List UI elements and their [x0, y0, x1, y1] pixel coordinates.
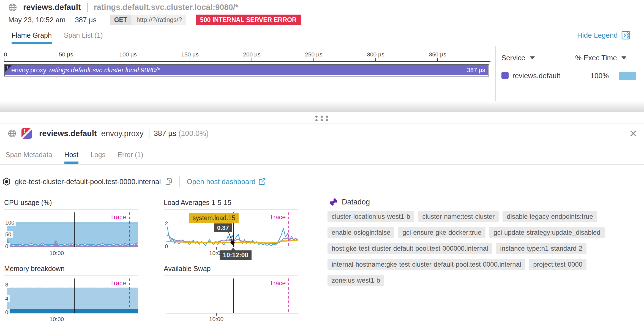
chevron-down-icon [530, 56, 535, 59]
timeline-tick [190, 58, 190, 61]
span-error-icon: ! [21, 128, 32, 139]
host-tag-pill[interactable]: internal-hostname:gke-test-cluster-defau… [328, 259, 525, 270]
memory-breakdown-chart[interactable]: Memory breakdown Trace04810:00 [4, 264, 138, 328]
http-url-badge: http://?/ratings/? [132, 15, 186, 25]
flame-span-bar[interactable]: ! envoy.proxy ratings.default.svc.cluste… [4, 64, 489, 76]
y-axis-label: 2 [164, 220, 170, 227]
x-axis-tick [216, 247, 217, 250]
x-axis-label: 10:00 [40, 250, 73, 256]
host-tag-pill[interactable]: disable-legacy-endpoints:true [503, 211, 597, 222]
timeline-tick-label: 50 µs [50, 51, 83, 58]
span-panel-header: ! reviews.default envoy.proxy 387 µs (10… [8, 128, 209, 139]
host-tag-pill[interactable]: instance-type:n1-standard-2 [496, 243, 586, 254]
span-service-name: reviews.default [39, 129, 97, 138]
datadog-bone-icon [329, 198, 338, 206]
timeline-tick [252, 58, 252, 61]
hover-cursor-line [74, 278, 75, 313]
external-link-icon [258, 178, 266, 185]
globe-icon [8, 129, 17, 138]
host-tag-pill[interactable]: gci-ensure-gke-docker:true [398, 227, 485, 238]
tooltip-time: 10:12:00 [220, 250, 252, 260]
trace-service-name: reviews.default [23, 3, 81, 12]
cpu-usage-chart[interactable]: CPU usage (%) Trace05010010:00 [4, 198, 138, 262]
tab-flame-graph[interactable]: Flame Graph [12, 31, 52, 44]
chevron-down-icon [621, 56, 626, 59]
legend-service-name[interactable]: reviews.default [512, 72, 560, 80]
trace-info-row: May 23, 10:52 am 387 µs GET http://?/rat… [8, 15, 301, 25]
trace-marker-line [129, 212, 130, 247]
timeline-tick-label: 0 [4, 51, 7, 58]
timeline-tick-label: 150 µs [173, 51, 206, 58]
available-swap-plot[interactable]: Trace10:00 [164, 264, 298, 328]
timeline-tick-label: 250 µs [297, 51, 330, 58]
copy-icon[interactable] [165, 177, 173, 186]
gridline [7, 235, 138, 235]
host-tag-pill[interactable]: host:gke-test-cluster-default-pool.test-… [328, 243, 492, 254]
trace-date: May 23, 10:52 am [8, 16, 66, 24]
host-tag-pill[interactable]: cluster-name:test-cluster [418, 211, 499, 222]
hide-legend-label: Hide Legend [577, 31, 618, 40]
load-averages-chart[interactable]: Load Averages 1-5-15 Trace0210:00system.… [164, 198, 298, 262]
host-row: gke-test-cluster-default-pool.test-0000.… [2, 176, 266, 187]
service-color-swatch [501, 72, 509, 79]
open-host-dashboard-link[interactable]: Open host dashboard [187, 177, 266, 186]
timeline-tick-label: 300 µs [359, 51, 392, 58]
trace-marker-label: Trace [101, 214, 126, 221]
load-averages-plot[interactable]: Trace0210:00system.load.150.3710:12:00 [164, 198, 298, 262]
gridline [7, 299, 138, 299]
hover-cursor-line [233, 278, 234, 313]
gridline [7, 223, 138, 223]
x-axis-label: 10:00 [40, 316, 73, 322]
timeline-tick [375, 58, 376, 61]
timeline-axis [4, 61, 490, 62]
trace-marker-line [288, 212, 289, 247]
timeline-tick [437, 58, 438, 61]
y-axis-label: 50 [5, 231, 13, 238]
cpu-usage-plot[interactable]: Trace05010010:00 [4, 198, 138, 262]
trace-duration: 387 µs [75, 16, 97, 24]
span-duration-pct: (100.0%) [178, 129, 209, 138]
host-tags-list: cluster-location:us-west1-bcluster-name:… [328, 211, 635, 286]
hide-legend-button[interactable]: Hide Legend [577, 31, 630, 40]
timeline-tick [4, 58, 4, 61]
legend-exec-time-header[interactable]: % Exec Time [575, 54, 626, 62]
available-swap-chart[interactable]: Available Swap Trace10:00 [164, 264, 298, 328]
http-method-badge: GET [110, 15, 132, 25]
host-tag-pill[interactable]: cluster-location:us-west1-b [328, 211, 414, 222]
close-icon[interactable]: ✕ [629, 129, 637, 139]
x-axis-line [167, 247, 298, 247]
tab-logs[interactable]: Logs [91, 151, 105, 163]
x-axis-line [7, 247, 138, 247]
span-tabs-border [0, 164, 644, 165]
trace-resource-name: ratings.default.svc.cluster.local:9080/* [94, 3, 238, 12]
tab-host[interactable]: Host [64, 151, 78, 163]
legend-service-header[interactable]: Service [501, 54, 535, 62]
x-axis-tick [216, 313, 217, 316]
x-axis-tick [57, 313, 57, 316]
timeline-tick-label: 350 µs [421, 51, 454, 58]
host-tag-pill[interactable]: project:test-0000 [529, 259, 586, 270]
tab-error[interactable]: Error (1) [118, 151, 143, 163]
tab-span-metadata[interactable]: Span Metadata [6, 151, 52, 163]
host-tag-pill[interactable]: enable-oslogin:false [328, 227, 394, 238]
exec-time-bar [619, 72, 636, 80]
resize-handle[interactable] [315, 116, 330, 121]
divider [87, 3, 88, 12]
datadog-section-header: Datadog [329, 198, 370, 206]
flame-span-operation: envoy.proxy [11, 66, 47, 74]
host-tag-pill[interactable]: gci-update-strategy:update_disabled [489, 227, 604, 238]
trace-marker-label: Trace [261, 214, 286, 221]
timeline-tick [128, 58, 128, 61]
y-axis-label: 0 [5, 309, 10, 316]
globe-icon [8, 3, 17, 12]
timeline-tick [313, 58, 314, 61]
timeline-tick-label: 200 µs [235, 51, 268, 58]
host-tag-pill[interactable]: zone:us-west1-b [328, 275, 384, 286]
collapse-panel-icon [621, 31, 630, 40]
tab-span-list[interactable]: Span List (1) [64, 31, 103, 44]
x-axis-label: 10:00 [200, 316, 233, 322]
memory-breakdown-plot[interactable]: Trace04810:00 [4, 264, 138, 328]
tooltip-series-name: system.load.15 [189, 213, 239, 223]
flame-span-resource: ratings.default.svc.cluster.local:9080/* [49, 66, 160, 74]
trace-marker-label: Trace [101, 280, 126, 287]
